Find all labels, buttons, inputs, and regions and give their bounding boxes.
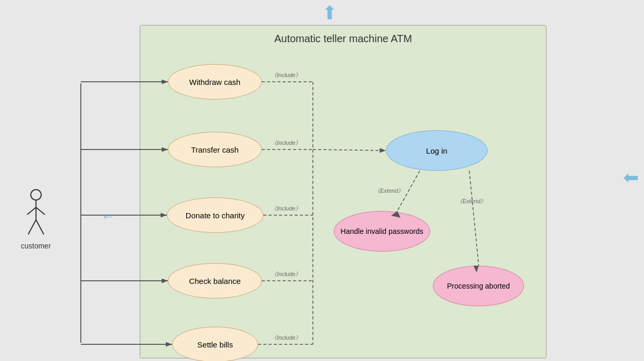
actor-figure-svg [23,188,49,240]
usecase-processing-aborted[interactable]: Processing aborted [433,266,524,306]
usecase-login[interactable]: Log in [386,130,488,171]
svg-line-5 [36,220,44,234]
svg-line-3 [36,207,45,215]
svg-point-0 [31,190,41,200]
svg-line-4 [28,220,36,234]
nav-arrow-left[interactable]: ← [101,208,115,225]
usecase-transfer-cash[interactable]: Transfer cash [168,132,262,167]
usecase-handle-invalid-passwords[interactable]: Handle invalid passwords [334,211,430,252]
nav-arrow-up[interactable]: ⬆ [322,2,337,24]
usecase-settle-bills[interactable]: Settle bills [172,327,258,361]
actor-label: customer [21,242,51,250]
usecase-withdraw-cash[interactable]: Withdraw cash [168,64,262,99]
main-container: ⬆ ⬅ Automatic teller machine ATM custome… [0,0,644,361]
actor-customer: customer [21,188,51,250]
diagram-title: Automatic teller machine ATM [274,33,412,45]
usecase-check-balance[interactable]: Check balance [168,263,262,298]
usecase-donate-charity[interactable]: Donate to charity [167,197,263,233]
nav-arrow-right[interactable]: ⬅ [623,167,639,189]
svg-line-2 [27,207,36,215]
